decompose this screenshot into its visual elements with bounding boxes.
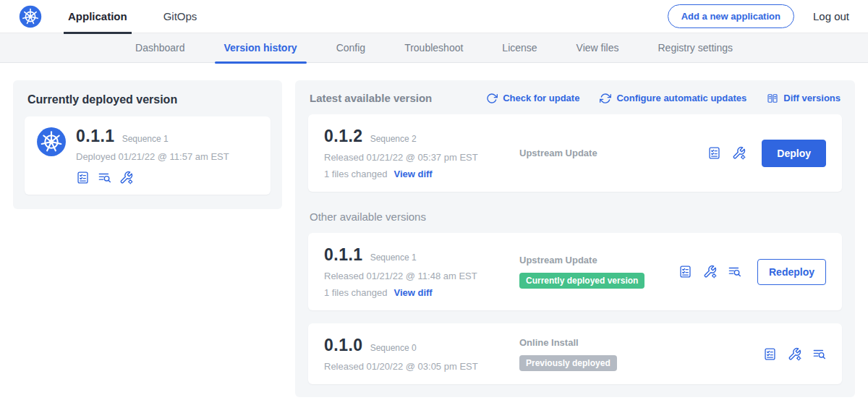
check-for-update-link[interactable]: Check for update [486, 93, 579, 104]
diff-icon [767, 93, 778, 104]
logout-button[interactable]: Log out [813, 10, 849, 22]
config-icon[interactable] [703, 265, 717, 279]
subnav-item-dashboard[interactable]: Dashboard [116, 33, 205, 63]
topbar-right: Add a new application Log out [668, 4, 849, 28]
source-label: Upstream Update [519, 255, 678, 265]
version-actions: Check for update Configure automatic upd… [486, 93, 841, 104]
version-card: 0.1.1 Sequence 1 Released 01/21/22 @ 11:… [308, 233, 842, 310]
version-card: 0.1.0 Sequence 0 Released 01/20/22 @ 03:… [308, 323, 842, 384]
refresh-icon [486, 93, 498, 104]
subnav-item-version-history[interactable]: Version history [205, 33, 317, 63]
subnav-item-config[interactable]: Config [317, 33, 385, 63]
version-source: Online Install Previously deployed [506, 337, 763, 371]
deployed-version-card: 0.1.1 Sequence 1 Deployed 01/21/22 @ 11:… [25, 116, 271, 195]
other-available-versions-title: Other available versions [310, 211, 841, 223]
version-info: 0.1.1 Sequence 1 Released 01/21/22 @ 11:… [324, 245, 506, 298]
version-number: 0.1.0 [324, 336, 363, 355]
release-notes-icon[interactable] [763, 347, 777, 361]
deployed-panel-title: Currently deployed version [27, 93, 271, 106]
deployed-sequence-label: Sequence 1 [122, 134, 169, 144]
subnav-item-troubleshoot[interactable]: Troubleshoot [385, 33, 482, 63]
kubernetes-logo-icon [19, 5, 42, 28]
configure-automatic-updates-label: Configure automatic updates [616, 93, 746, 103]
deployed-actions [76, 171, 229, 184]
diff-versions-link[interactable]: Diff versions [767, 93, 841, 104]
subnav-item-license[interactable]: License [482, 33, 556, 63]
sequence-label: Sequence 1 [370, 252, 417, 263]
tab-application[interactable]: Application [64, 0, 132, 33]
preflight-results-icon[interactable] [728, 265, 741, 279]
view-diff-link[interactable]: View diff [393, 287, 432, 298]
version-number: 0.1.1 [324, 245, 363, 265]
version-info: 0.1.2 Sequence 2 Released 01/21/22 @ 05:… [324, 127, 506, 179]
config-icon[interactable] [732, 146, 746, 160]
deployed-version-number: 0.1.1 [76, 127, 115, 146]
auto-update-icon [600, 93, 611, 104]
released-timestamp: Released 01/21/22 @ 05:37 pm EST [324, 152, 506, 163]
version-info: 0.1.0 Sequence 0 Released 01/20/22 @ 03:… [324, 336, 506, 372]
version-card-latest: 0.1.2 Sequence 2 Released 01/21/22 @ 05:… [308, 114, 842, 192]
subnav: Dashboard Version history Config Trouble… [0, 33, 868, 63]
latest-available-title: Latest available version [310, 92, 432, 104]
deployed-version-info: 0.1.1 Sequence 1 Deployed 01/21/22 @ 11:… [76, 127, 229, 184]
source-label: Upstream Update [519, 148, 707, 158]
subnav-item-view-files[interactable]: View files [557, 33, 639, 63]
diff-versions-label: Diff versions [783, 93, 841, 103]
version-source: Upstream Update Currently deployed versi… [506, 255, 678, 289]
deployed-timestamp: Deployed 01/21/22 @ 11:57 am EST [76, 151, 229, 162]
source-label: Online Install [519, 337, 763, 348]
version-card-actions: Deploy [707, 140, 826, 167]
files-changed-label: 1 files changed [324, 169, 387, 179]
view-diff-link[interactable]: View diff [393, 169, 432, 179]
config-icon[interactable] [788, 347, 801, 361]
version-card-actions: Redeploy [678, 259, 826, 285]
subnav-item-registry-settings[interactable]: Registry settings [639, 33, 752, 63]
main-content: Currently deployed version 0.1.1 Sequenc… [0, 63, 868, 408]
redeploy-button[interactable]: Redeploy [757, 259, 826, 285]
app-tabs: Application GitOps [64, 0, 229, 33]
release-notes-icon[interactable] [707, 146, 721, 160]
preflight-results-icon[interactable] [98, 171, 111, 184]
add-application-button[interactable]: Add a new application [668, 4, 794, 28]
released-timestamp: Released 01/21/22 @ 11:48 am EST [324, 271, 506, 281]
available-versions-header: Latest available version Check for updat… [310, 92, 841, 104]
sequence-label: Sequence 0 [370, 343, 417, 353]
previously-deployed-badge: Previously deployed [519, 355, 617, 371]
deploy-button[interactable]: Deploy [762, 140, 826, 167]
version-number: 0.1.2 [324, 127, 363, 146]
preflight-results-icon[interactable] [812, 347, 826, 361]
version-history-panel: Latest available version Check for updat… [295, 80, 855, 397]
release-notes-icon[interactable] [678, 265, 692, 279]
release-notes-icon[interactable] [76, 171, 90, 184]
check-for-update-label: Check for update [503, 93, 579, 103]
topbar: Application GitOps Add a new application… [0, 0, 868, 33]
app-icon [36, 127, 67, 157]
tab-gitops[interactable]: GitOps [159, 0, 202, 33]
currently-deployed-panel: Currently deployed version 0.1.1 Sequenc… [13, 80, 282, 209]
version-source: Upstream Update [506, 148, 707, 158]
config-icon[interactable] [119, 171, 133, 184]
files-changed-label: 1 files changed [324, 287, 387, 298]
sequence-label: Sequence 2 [370, 134, 417, 144]
configure-automatic-updates-link[interactable]: Configure automatic updates [600, 93, 746, 104]
released-timestamp: Released 01/20/22 @ 03:05 pm EST [324, 361, 506, 372]
currently-deployed-badge: Currently deployed version [519, 273, 644, 289]
version-card-actions [763, 347, 826, 361]
